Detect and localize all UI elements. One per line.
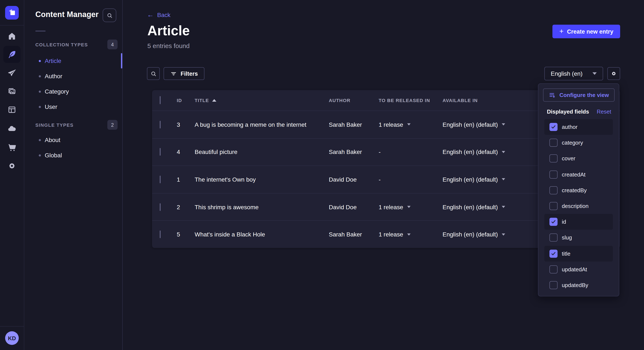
media-library-icon[interactable] [4,83,20,100]
filters-label: Filters [180,70,198,77]
create-new-entry-label: Create new entry [567,28,613,35]
row-checkbox[interactable] [160,203,160,211]
sidebar-item-article[interactable]: Article [24,53,123,68]
single-types-count-badge: 2 [107,120,118,130]
released-value: - [379,176,380,183]
back-label: Back [157,11,170,18]
column-header-released[interactable]: TO BE RELEASED IN [379,98,442,103]
marketplace-cart-icon[interactable] [4,139,20,156]
checkbox-unchecked[interactable] [550,281,558,289]
cell-title: What's inside a Black Hole [195,231,329,238]
checkbox-unchecked[interactable] [550,265,558,273]
column-header-label: AVAILABLE IN [442,98,478,103]
user-avatar[interactable]: KD [5,331,19,345]
field-toggle-row[interactable]: updatedBy [544,277,613,293]
released-value: 1 release [379,121,403,128]
checkbox-unchecked[interactable] [550,234,558,242]
field-toggle-row[interactable]: createdAt [544,167,613,182]
sidebar-item-label: Global [45,152,62,159]
checkbox-unchecked[interactable] [550,155,558,163]
field-toggle-row[interactable]: updatedAt [544,261,613,277]
available-value: English (en) (default) [442,176,498,183]
sidebar-item-author[interactable]: Author [24,68,123,84]
chevron-down-icon [407,233,410,235]
sidebar-divider [35,31,46,31]
cell-released[interactable]: 1 release [379,231,442,238]
sidebar-item-about[interactable]: About [24,132,123,148]
filters-button[interactable]: Filters [164,67,204,80]
home-icon[interactable] [4,28,20,45]
view-settings-popover: Configure the view Displayed fields Rese… [538,83,619,296]
select-all-checkbox[interactable] [160,96,160,104]
column-header-author[interactable]: AUTHOR [329,98,379,103]
checkbox-unchecked[interactable] [550,170,558,178]
checkbox-checked-icon[interactable] [550,249,558,257]
field-label: updatedBy [562,282,588,288]
view-settings-button[interactable] [607,67,620,80]
field-toggle-row[interactable]: author [544,119,613,135]
content-manager-feather-icon[interactable] [4,46,20,63]
cell-author: David Doe [329,203,379,210]
cell-released: - [379,149,442,156]
reset-link[interactable]: Reset [597,108,611,115]
sidebar-title: Content Manager [35,10,98,19]
field-toggle-row[interactable]: description [544,198,613,214]
field-label: cover [562,156,576,162]
checkbox-checked-icon[interactable] [550,123,558,131]
checkbox-unchecked[interactable] [550,186,558,194]
cell-author: Sarah Baker [329,121,379,128]
checkbox-unchecked[interactable] [550,202,558,210]
row-checkbox[interactable] [160,148,160,156]
released-value: 1 release [379,231,403,238]
field-toggle-row[interactable]: title [544,246,613,261]
sidebar-item-label: Category [45,88,69,95]
displayed-fields-label: Displayed fields [547,108,589,115]
search-icon [150,70,157,77]
strapi-admin: KD Content Manager COLLECTION TYPES 4 Ar… [0,0,644,350]
locale-select[interactable]: English (en) [544,67,603,80]
column-header-label: TO BE RELEASED IN [379,98,430,103]
row-checkbox[interactable] [160,121,160,128]
field-label: id [562,219,566,225]
sidebar-item-category[interactable]: Category [24,84,123,99]
chevron-down-icon [407,124,410,126]
field-label: slug [562,234,572,241]
configure-the-view-button[interactable]: Configure the view [543,88,614,102]
strapi-logo[interactable] [5,6,19,19]
bullet-icon [39,75,41,77]
rail-divider-bottom [0,326,24,327]
cloud-icon[interactable] [4,120,20,137]
sort-ascending-icon [212,99,216,102]
sidebar-item-global[interactable]: Global [24,148,123,163]
field-toggle-row[interactable]: createdBy [544,182,613,198]
settings-gear-icon[interactable] [4,157,20,174]
create-new-entry-button[interactable]: + Create new entry [553,25,620,38]
entries-count: 5 entries found [147,42,190,49]
sidebar-item-user[interactable]: User [24,99,123,114]
field-toggle-row[interactable]: cover [544,151,613,167]
row-checkbox[interactable] [160,230,160,238]
collection-types-count-badge: 4 [107,39,118,49]
field-label: title [562,250,570,257]
available-value: English (en) (default) [442,231,498,238]
released-value: 1 release [379,203,403,210]
back-link[interactable]: ← Back [147,11,170,18]
column-header-title[interactable]: TITLE [195,98,329,103]
cell-released[interactable]: 1 release [379,203,442,210]
rail-divider [0,25,24,25]
checkbox-unchecked[interactable] [550,139,558,147]
cell-released[interactable]: 1 release [379,121,442,128]
send-icon[interactable] [4,65,20,82]
released-value: - [379,149,380,156]
chevron-down-icon [592,72,597,75]
content-type-builder-icon[interactable] [4,101,20,118]
configure-the-view-label: Configure the view [560,92,609,98]
field-toggle-row[interactable]: category [544,135,613,151]
column-header-id[interactable]: ID [177,98,195,103]
row-checkbox[interactable] [160,176,160,183]
field-toggle-row[interactable]: slug [544,230,613,246]
field-toggle-row[interactable]: id [544,214,613,230]
table-search-button[interactable] [147,67,160,80]
checkbox-checked-icon[interactable] [550,218,558,226]
sidebar-search-button[interactable] [103,8,116,22]
